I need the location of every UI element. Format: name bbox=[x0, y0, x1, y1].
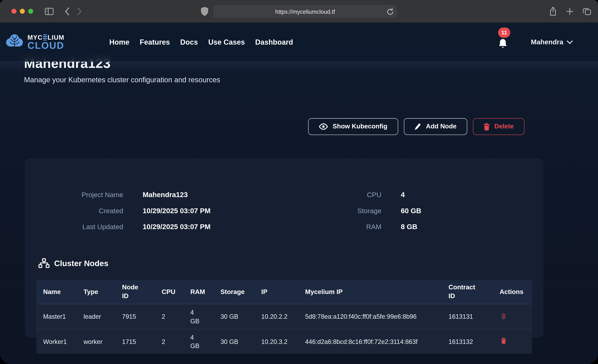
user-name: Mahendra bbox=[531, 38, 563, 46]
table-row: Worker1 worker 1715 2 4 GB 30 GB 10.20.3… bbox=[36, 329, 532, 354]
forward-icon[interactable] bbox=[77, 7, 82, 16]
col-cpu: CPU bbox=[162, 288, 190, 297]
cpu-label: CPU bbox=[295, 191, 382, 199]
node-ip: 10.20.2.2 bbox=[261, 312, 305, 321]
node-ram: 4 GB bbox=[190, 308, 221, 325]
browser-chrome: https://myceliumcloud.tf bbox=[0, 0, 598, 23]
trash-icon bbox=[501, 313, 506, 319]
show-kubeconfig-button[interactable]: Show Kubeconfig bbox=[308, 118, 398, 135]
col-contract-id: Contract ID bbox=[448, 283, 499, 301]
created-label: Created bbox=[36, 207, 123, 215]
last-updated-value: 10/29/2025 03:07 PM bbox=[142, 223, 276, 231]
node-mycelium-ip: 446:d2a6:8bcd:8c16:ff0f:72e2:3114:863f bbox=[305, 337, 448, 346]
network-icon bbox=[38, 258, 50, 269]
nav-link-home[interactable]: Home bbox=[109, 38, 129, 46]
url-text: https://myceliumcloud.tf bbox=[275, 8, 335, 15]
storage-value: 60 GB bbox=[401, 207, 532, 215]
address-bar[interactable]: https://myceliumcloud.tf bbox=[213, 5, 397, 18]
delete-cluster-button[interactable]: Delete bbox=[473, 118, 524, 135]
ram-value: 8 GB bbox=[401, 223, 532, 231]
page-content: Mahendra123 Manage your Kubernetes clust… bbox=[0, 23, 598, 364]
storage-label: Storage bbox=[295, 207, 382, 215]
col-node-id: Node ID bbox=[122, 283, 162, 301]
share-icon[interactable] bbox=[549, 7, 557, 16]
logo-text: MYC LIUM CLOUD bbox=[27, 34, 64, 50]
col-mycelium-ip: Mycelium IP bbox=[305, 288, 448, 297]
col-storage: Storage bbox=[220, 288, 261, 297]
created-value: 10/29/2025 03:07 PM bbox=[142, 207, 276, 215]
cluster-panel: Project Name Mahendra123 CPU 4 Created 1… bbox=[25, 158, 543, 338]
node-name: Worker1 bbox=[43, 337, 84, 346]
cluster-nodes-table: Name Type Node ID CPU RAM Storage IP Myc… bbox=[36, 280, 532, 354]
chevron-down-icon bbox=[567, 40, 573, 44]
node-contract-id: 1613131 bbox=[448, 312, 499, 321]
browser-window: https://myceliumcloud.tf bbox=[0, 0, 598, 364]
node-mycelium-ip: 5d8:78ea:a120:f40c:ff0f:a5fe:99e6:8b96 bbox=[305, 312, 448, 321]
col-ram: RAM bbox=[190, 288, 221, 297]
bell-icon bbox=[498, 38, 508, 49]
node-type: worker bbox=[83, 337, 122, 346]
notifications-button[interactable]: 11 bbox=[498, 36, 508, 49]
node-id: 7915 bbox=[122, 312, 162, 321]
project-name-label: Project Name bbox=[36, 191, 123, 199]
pencil-icon bbox=[415, 123, 421, 130]
project-info: Project Name Mahendra123 CPU 4 Created 1… bbox=[36, 191, 532, 231]
trash-icon bbox=[484, 123, 490, 130]
site-logo[interactable]: MYC LIUM CLOUD bbox=[5, 33, 64, 51]
col-ip: IP bbox=[261, 288, 305, 297]
col-actions: Actions bbox=[499, 288, 532, 297]
node-cpu: 2 bbox=[162, 312, 190, 321]
node-storage: 30 GB bbox=[220, 337, 261, 346]
delete-label: Delete bbox=[494, 123, 514, 130]
navbar-glow bbox=[0, 62, 598, 72]
zoom-window-button[interactable] bbox=[28, 9, 33, 14]
nav-link-dashboard[interactable]: Dashboard bbox=[255, 38, 293, 46]
delete-node-button[interactable] bbox=[499, 312, 507, 320]
nav-link-use-cases[interactable]: Use Cases bbox=[208, 38, 245, 46]
add-node-label: Add Node bbox=[426, 123, 457, 130]
cluster-nodes-heading: Cluster Nodes bbox=[38, 258, 108, 269]
minimize-window-button[interactable] bbox=[20, 9, 25, 14]
table-row: Master1 leader 7915 2 4 GB 30 GB 10.20.2… bbox=[36, 304, 532, 329]
node-storage: 30 GB bbox=[220, 312, 261, 321]
tabs-overview-icon[interactable] bbox=[583, 8, 591, 15]
new-tab-icon[interactable] bbox=[566, 8, 573, 15]
table-header-row: Name Type Node ID CPU RAM Storage IP Myc… bbox=[36, 280, 532, 304]
reload-icon[interactable] bbox=[387, 8, 393, 15]
node-contract-id: 1613132 bbox=[448, 337, 499, 346]
privacy-shield-icon[interactable] bbox=[201, 7, 208, 16]
add-node-button[interactable]: Add Node bbox=[404, 118, 467, 135]
cluster-nodes-title: Cluster Nodes bbox=[54, 259, 108, 268]
last-updated-label: Last Updated bbox=[36, 223, 123, 231]
node-name: Master1 bbox=[43, 312, 84, 321]
nav-link-docs[interactable]: Docs bbox=[180, 38, 198, 46]
site-navbar: MYC LIUM CLOUD Home Features Docs Use Ca… bbox=[0, 23, 598, 62]
project-name-value: Mahendra123 bbox=[142, 191, 276, 199]
page-subtitle: Manage your Kubernetes cluster configura… bbox=[24, 76, 220, 84]
eye-icon bbox=[319, 123, 328, 130]
node-ram: 4 GB bbox=[190, 333, 221, 350]
logo-text-cloud: CLOUD bbox=[27, 40, 64, 50]
sidebar-toggle-icon[interactable] bbox=[45, 8, 54, 15]
col-name: Name bbox=[43, 288, 84, 297]
nav-links: Home Features Docs Use Cases Dashboard bbox=[109, 38, 293, 46]
nav-link-features[interactable]: Features bbox=[140, 38, 170, 46]
close-window-button[interactable] bbox=[11, 9, 17, 14]
logo-text-lium: LIUM bbox=[48, 34, 64, 41]
cluster-actions: Show Kubeconfig Add Node Delete bbox=[308, 118, 524, 135]
trash-icon bbox=[501, 338, 506, 344]
show-kubeconfig-label: Show Kubeconfig bbox=[332, 123, 387, 130]
logo-e-bars-icon bbox=[43, 34, 47, 41]
mycelium-cloud-logo-icon bbox=[5, 33, 25, 51]
logo-text-myc: MYC bbox=[27, 34, 42, 41]
cpu-value: 4 bbox=[401, 191, 532, 199]
back-icon[interactable] bbox=[64, 7, 69, 16]
node-type: leader bbox=[83, 312, 122, 321]
node-cpu: 2 bbox=[162, 337, 190, 346]
delete-node-button[interactable] bbox=[499, 337, 507, 345]
user-menu[interactable]: Mahendra bbox=[531, 38, 573, 46]
col-type: Type bbox=[83, 288, 122, 297]
ram-label: RAM bbox=[295, 223, 382, 231]
traffic-lights bbox=[11, 9, 33, 14]
notification-badge: 11 bbox=[498, 27, 510, 38]
